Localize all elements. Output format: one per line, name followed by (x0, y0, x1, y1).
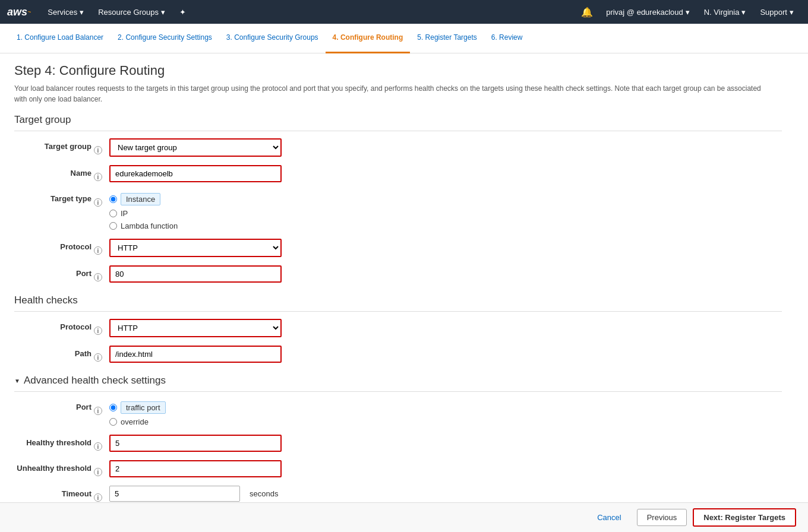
page-description: Your load balancer routes requests to th… (14, 83, 775, 104)
step-2-label: 2. Configure Security Settings (118, 33, 212, 42)
unhealthy-threshold-field (109, 460, 430, 477)
protocol-select[interactable]: HTTP HTTPS (109, 239, 282, 257)
path-row: Path i (14, 346, 782, 363)
services-dropdown-icon: ▾ (80, 8, 84, 17)
port-input[interactable] (109, 265, 282, 283)
region-dropdown-icon: ▾ (741, 8, 746, 17)
unhealthy-threshold-row: Unhealthy threshold i (14, 460, 782, 477)
resource-groups-dropdown-icon: ▾ (161, 8, 165, 17)
adv-port-label-text: Port (76, 403, 91, 411)
step-2[interactable]: 2. Configure Security Settings (111, 24, 219, 53)
timeout-field: seconds (109, 486, 430, 502)
unhealthy-threshold-label: Unhealthy threshold i (14, 460, 109, 476)
override-label: override (121, 417, 149, 426)
health-protocol-info-icon[interactable]: i (94, 327, 102, 335)
target-group-section-title: Target group (14, 114, 782, 131)
instance-radio[interactable] (109, 195, 117, 203)
region-menu[interactable]: N. Virginia ▾ (697, 0, 753, 24)
timeout-input[interactable] (109, 486, 240, 502)
target-group-label-text: Target group (45, 142, 91, 151)
healthy-threshold-row: Healthy threshold i (14, 435, 782, 452)
protocol-field: HTTP HTTPS (109, 239, 430, 257)
health-protocol-select[interactable]: HTTP HTTPS (109, 319, 282, 337)
instance-radio-label: Instance (121, 193, 160, 205)
advanced-section-header[interactable]: ▼ Advanced health check settings (14, 375, 782, 392)
user-label: privaj @ edurekacloud (606, 8, 683, 17)
health-checks-section-title: Health checks (14, 294, 782, 312)
target-group-select[interactable]: New target group Existing target group (109, 138, 282, 157)
protocol-label-text: Protocol (60, 242, 91, 251)
traffic-port-radio[interactable] (109, 404, 117, 411)
healthy-threshold-label-text: Healthy threshold (26, 438, 91, 447)
lambda-radio[interactable] (109, 222, 117, 230)
name-input[interactable] (109, 165, 282, 182)
main-content: Step 4: Configure Routing Your load bala… (0, 53, 796, 502)
advanced-section: ▼ Advanced health check settings Port i … (14, 375, 782, 502)
target-type-info-icon[interactable]: i (94, 198, 102, 207)
resource-groups-nav[interactable]: Resource Groups ▾ (91, 0, 172, 24)
health-checks-section: Health checks Protocol i HTTP HTTPS Path… (14, 294, 782, 363)
healthy-threshold-input[interactable] (109, 435, 282, 452)
target-group-section: Target group Target group i New target g… (14, 114, 782, 283)
unhealthy-threshold-input[interactable] (109, 460, 282, 477)
target-group-label: Target group i (14, 138, 109, 154)
target-type-label: Target type i (14, 191, 109, 207)
adv-port-traffic: traffic port (109, 401, 430, 414)
wizard-steps: 1. Configure Load Balancer 2. Configure … (0, 24, 808, 53)
path-label: Path i (14, 346, 109, 362)
services-nav[interactable]: Services ▾ (40, 0, 91, 24)
lambda-radio-label: Lambda function (121, 221, 178, 230)
name-label: Name i (14, 165, 109, 181)
healthy-threshold-info-icon[interactable]: i (94, 442, 102, 451)
port-info-icon[interactable]: i (94, 273, 102, 281)
aws-logo-text: aws (7, 6, 27, 18)
target-group-field: New target group Existing target group (109, 138, 430, 157)
timeout-label-text: Timeout (62, 489, 91, 498)
top-navigation: aws ~ Services ▾ Resource Groups ▾ ✦ 🔔 p… (0, 0, 808, 24)
path-info-icon[interactable]: i (94, 353, 102, 362)
target-group-info-icon[interactable]: i (94, 146, 102, 154)
step-4[interactable]: 4. Configure Routing (326, 24, 411, 53)
bell-icon: 🔔 (581, 7, 593, 18)
aws-logo: aws ~ (7, 6, 31, 18)
port-field (109, 265, 430, 283)
unhealthy-threshold-label-text: Unhealthy threshold (17, 464, 91, 473)
step-5[interactable]: 5. Register Targets (410, 24, 484, 53)
protocol-info-icon[interactable]: i (94, 246, 102, 255)
name-info-icon[interactable]: i (94, 173, 102, 181)
page-title: Step 4: Configure Routing (14, 63, 782, 78)
name-label-text: Name (71, 169, 91, 178)
health-protocol-field: HTTP HTTPS (109, 319, 430, 337)
healthy-threshold-label: Healthy threshold i (14, 435, 109, 451)
timeout-row: Timeout i seconds (14, 486, 782, 502)
traffic-port-label: traffic port (121, 401, 166, 414)
step-5-label: 5. Register Targets (417, 33, 477, 42)
step-3[interactable]: 3. Configure Security Groups (219, 24, 326, 53)
name-row: Name i (14, 165, 782, 182)
adv-port-info-icon[interactable]: i (94, 407, 102, 415)
user-menu[interactable]: privaj @ edurekacloud ▾ (599, 0, 697, 24)
collapse-arrow-icon: ▼ (14, 378, 20, 384)
step-4-label: 4. Configure Routing (333, 33, 403, 42)
target-type-label-text: Target type (50, 194, 91, 203)
support-menu[interactable]: Support ▾ (753, 0, 801, 24)
health-protocol-row: Protocol i HTTP HTTPS (14, 319, 782, 337)
ip-radio[interactable] (109, 210, 117, 217)
override-radio[interactable] (109, 418, 117, 426)
star-icon: ✦ (179, 8, 186, 17)
ip-radio-label: IP (121, 209, 128, 218)
step-3-label: 3. Configure Security Groups (226, 33, 318, 42)
adv-port-override: override (109, 417, 430, 426)
step-1[interactable]: 1. Configure Load Balancer (10, 24, 111, 53)
unhealthy-threshold-info-icon[interactable]: i (94, 468, 102, 476)
adv-port-row: Port i traffic port override (14, 399, 782, 426)
path-input[interactable] (109, 346, 282, 363)
region-label: N. Virginia (704, 8, 740, 17)
bell-icon-btn[interactable]: 🔔 (575, 0, 599, 24)
step-6-label: 6. Review (491, 33, 523, 42)
bookmarks-nav[interactable]: ✦ (172, 0, 193, 24)
target-type-field: Instance IP Lambda function (109, 191, 430, 230)
timeout-info-icon[interactable]: i (94, 493, 102, 502)
adv-port-label: Port i (14, 399, 109, 415)
step-6[interactable]: 6. Review (484, 24, 530, 53)
